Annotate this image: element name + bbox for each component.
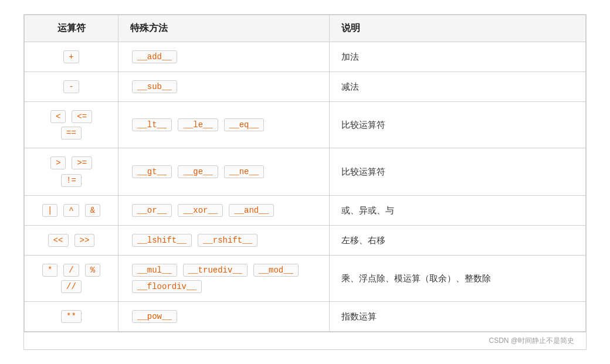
- operator-badge: <: [50, 110, 66, 123]
- method-badge: __xor__: [178, 204, 223, 217]
- table-row: <<>>__lshift____rshift__左移、右移: [25, 226, 586, 256]
- table-row: |^&__or____xor____and__或、异或、与: [25, 196, 586, 226]
- operator-badge: <<: [48, 234, 69, 247]
- method-cell: __lt____le____eq__: [118, 102, 330, 148]
- method-badge: __truediv__: [183, 264, 248, 277]
- method-cell: __gt____ge____ne__: [118, 148, 330, 196]
- method-badge: __ne__: [224, 165, 264, 178]
- method-badge: __sub__: [132, 80, 177, 93]
- operator-cell: >>=!=: [25, 148, 118, 196]
- operator-table: 运算符 特殊方法 说明 +__add__加法-__sub__减法<<===__l…: [24, 15, 586, 332]
- header-description: 说明: [330, 15, 586, 42]
- table-row: <<===__lt____le____eq__比较运算符: [25, 102, 586, 148]
- operator-cell: <<>>: [25, 226, 118, 256]
- operator-cell: */%//: [25, 256, 118, 302]
- method-badge: __lt__: [132, 118, 172, 131]
- method-cell: __pow__: [118, 302, 330, 332]
- method-badge: __lshift__: [132, 234, 192, 247]
- method-badge: __le__: [178, 118, 218, 131]
- operator-badge: >>: [74, 234, 95, 247]
- method-cell: __or____xor____and__: [118, 196, 330, 226]
- table-row: +__add__加法: [25, 42, 586, 72]
- description-cell: 乘、浮点除、模运算（取余）、整数除: [330, 256, 586, 302]
- operator-badge: |: [42, 204, 57, 217]
- method-badge: __ge__: [178, 165, 218, 178]
- operator-cell: <<===: [25, 102, 118, 148]
- operator-badge: **: [61, 310, 82, 323]
- operator-badge: !=: [61, 174, 82, 187]
- table-row: **__pow__指数运算: [25, 302, 586, 332]
- description-cell: 左移、右移: [330, 226, 586, 256]
- description-cell: 或、异或、与: [330, 196, 586, 226]
- operator-badge: +: [63, 50, 79, 63]
- description-cell: 加法: [330, 42, 586, 72]
- operator-badge: >=: [72, 157, 92, 169]
- operator-badge: ==: [61, 127, 82, 140]
- description-cell: 比较运算符: [330, 148, 586, 196]
- description-cell: 指数运算: [330, 302, 586, 332]
- operator-badge: %: [85, 264, 100, 277]
- table-row: >>=!=__gt____ge____ne__比较运算符: [25, 148, 586, 196]
- description-cell: 比较运算符: [330, 102, 586, 148]
- watermark: CSDN @时间静止不是简史: [24, 332, 586, 349]
- method-badge: __mul__: [132, 264, 177, 277]
- method-cell: __lshift____rshift__: [118, 226, 330, 256]
- description-cell: 减法: [330, 72, 586, 102]
- method-badge: __floordiv__: [132, 280, 202, 293]
- operator-badge: &: [85, 204, 100, 217]
- main-table-container: 运算符 特殊方法 说明 +__add__加法-__sub__减法<<===__l…: [23, 14, 587, 350]
- method-badge: __add__: [132, 50, 177, 63]
- method-cell: __mul____truediv____mod____floordiv__: [118, 256, 330, 302]
- operator-badge: *: [42, 264, 57, 277]
- method-badge: __eq__: [224, 118, 264, 131]
- header-method: 特殊方法: [118, 15, 330, 42]
- method-badge: __or__: [132, 204, 172, 217]
- method-badge: __gt__: [132, 165, 172, 178]
- operator-badge: /: [63, 264, 79, 277]
- operator-badge: <=: [72, 110, 92, 123]
- table-row: */%//__mul____truediv____mod____floordiv…: [25, 256, 586, 302]
- operator-cell: +: [25, 42, 118, 72]
- method-badge: __rshift__: [198, 234, 257, 247]
- method-badge: __mod__: [253, 264, 299, 277]
- operator-badge: >: [50, 157, 66, 169]
- operator-badge: //: [61, 280, 82, 293]
- operator-cell: -: [25, 72, 118, 102]
- method-cell: __sub__: [118, 72, 330, 102]
- operator-cell: **: [25, 302, 118, 332]
- table-row: -__sub__减法: [25, 72, 586, 102]
- method-cell: __add__: [118, 42, 330, 72]
- method-badge: __and__: [229, 204, 274, 217]
- operator-badge: -: [63, 80, 79, 93]
- method-badge: __pow__: [132, 310, 177, 323]
- header-operator: 运算符: [25, 15, 118, 42]
- operator-badge: ^: [63, 204, 79, 217]
- table-header-row: 运算符 特殊方法 说明: [25, 15, 586, 42]
- operator-cell: |^&: [25, 196, 118, 226]
